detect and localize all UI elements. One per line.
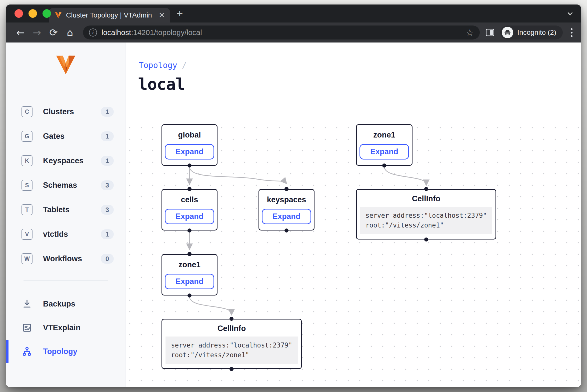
new-tab-button[interactable]: + (176, 4, 183, 22)
gates-icon: G (22, 131, 32, 142)
home-button[interactable]: ⌂ (63, 26, 77, 40)
edge-zone1top-cellinfo-right (384, 166, 426, 184)
sidebar-nav: C Clusters 1 G Gates 1 K Keyspaces 1 S S… (6, 100, 125, 271)
sidebar-item-tablets[interactable]: T Tablets 3 (6, 198, 125, 222)
maximize-window-button[interactable] (42, 9, 51, 18)
count-badge: 3 (101, 205, 114, 215)
sidebar-item-keyspaces[interactable]: K Keyspaces 1 (6, 148, 125, 173)
count-badge: 3 (101, 180, 114, 190)
sidebar-item-label: Clusters (43, 107, 90, 116)
backups-download-icon (22, 299, 32, 309)
node-title: zone1 (373, 130, 395, 140)
incognito-avatar (502, 27, 513, 38)
sidebar-item-schemas[interactable]: S Schemas 3 (6, 173, 125, 198)
expand-button[interactable]: Expand (165, 274, 214, 289)
incognito-badge[interactable]: Incognito (2) (500, 26, 563, 40)
address-bar[interactable]: i localhost:14201/topology/local ☆ (83, 26, 480, 40)
node-title: keyspaces (267, 195, 306, 204)
browser-tab[interactable]: Cluster Topology | VTAdmin ✕ (49, 8, 170, 22)
browser-window: Cluster Topology | VTAdmin ✕ + ← → ⟳ ⌂ i… (6, 4, 581, 387)
tablets-icon: T (22, 204, 32, 215)
count-badge: 1 (101, 156, 114, 166)
main-content: Topology/ local global Expand zone1 Expa… (126, 42, 581, 387)
side-panel-icon[interactable] (486, 29, 494, 36)
expand-button[interactable]: Expand (360, 144, 409, 160)
back-button[interactable]: ← (14, 26, 28, 40)
clusters-icon: C (22, 106, 32, 117)
workflows-icon: W (22, 253, 32, 264)
topology-node-zone1-lower: zone1 Expand (162, 254, 218, 296)
incognito-icon (504, 29, 511, 36)
sidebar-item-topology[interactable]: Topology (6, 340, 125, 363)
site-info-icon[interactable]: i (89, 28, 97, 36)
sidebar-item-vtctlds[interactable]: V vtctlds 1 (6, 222, 125, 246)
cellinfo-code: server_address:"localhost:2379" root:"/v… (166, 336, 298, 364)
vitess-logo (6, 54, 125, 76)
sidebar-item-label: Tablets (43, 205, 90, 214)
sidebar-item-label: VTExplain (43, 323, 114, 332)
sidebar-item-backups[interactable]: Backups (6, 292, 125, 316)
expand-button[interactable]: Expand (165, 209, 214, 224)
sidebar-tools: Backups VTExplain (6, 292, 125, 363)
count-badge: 1 (101, 131, 114, 141)
browser-menu-icon[interactable] (571, 28, 572, 37)
active-nav-indicator (6, 340, 8, 363)
node-title: CellInfo (412, 194, 440, 203)
reload-button[interactable]: ⟳ (46, 26, 60, 40)
breadcrumb-topology-link[interactable]: Topology (139, 60, 177, 70)
sidebar-item-label: Backups (43, 300, 114, 308)
sidebar: C Clusters 1 G Gates 1 K Keyspaces 1 S S… (6, 42, 126, 387)
tab-search-chevron-icon[interactable] (568, 10, 573, 16)
sidebar-item-label: vtctlds (43, 230, 90, 239)
vtexplain-document-icon (22, 322, 32, 333)
url-host: localhost (102, 28, 131, 36)
forward-button: → (30, 26, 44, 40)
sidebar-item-label: Topology (43, 347, 114, 356)
node-title: global (178, 130, 201, 140)
topology-graph-canvas[interactable]: global Expand zone1 Expand cells Expand … (126, 118, 581, 387)
topology-node-keyspaces: keyspaces Expand (258, 189, 314, 230)
breadcrumb-separator: / (182, 60, 186, 70)
count-badge: 0 (101, 254, 114, 264)
topology-node-zone1-top: zone1 Expand (356, 124, 412, 166)
breadcrumb: Topology/ (139, 60, 186, 70)
vtadmin-app: C Clusters 1 G Gates 1 K Keyspaces 1 S S… (6, 42, 581, 387)
sidebar-item-clusters[interactable]: C Clusters 1 (6, 100, 125, 124)
minimize-window-button[interactable] (28, 9, 37, 18)
sidebar-item-label: Gates (43, 132, 90, 141)
node-title: CellInfo (218, 324, 246, 333)
sidebar-divider (24, 280, 108, 281)
close-window-button[interactable] (14, 9, 23, 18)
schemas-icon: S (22, 180, 32, 191)
url-path: :14201/topology/local (131, 28, 202, 36)
sidebar-item-vtexplain[interactable]: VTExplain (6, 316, 125, 340)
topology-node-global: global Expand (162, 124, 218, 166)
url-text[interactable]: localhost:14201/topology/local (102, 28, 461, 37)
expand-button[interactable]: Expand (165, 144, 214, 160)
vitess-favicon (54, 12, 62, 19)
browser-toolbar: ← → ⟳ ⌂ i localhost:14201/topology/local… (6, 22, 581, 42)
count-badge: 1 (101, 107, 114, 117)
edge-global-keyspaces (190, 166, 286, 183)
edge-zone1-cellinfo-bottom (190, 296, 232, 314)
sidebar-item-gates[interactable]: G Gates 1 (6, 124, 125, 148)
topology-node-cellinfo-bottom: CellInfo server_address:"localhost:2379"… (162, 319, 302, 369)
node-title: cells (181, 195, 198, 204)
sidebar-item-workflows[interactable]: W Workflows 0 (6, 246, 125, 271)
bookmark-star-icon[interactable]: ☆ (466, 28, 474, 38)
topology-node-cells: cells Expand (162, 189, 218, 230)
sidebar-item-label: Workflows (43, 254, 90, 263)
vtctlds-icon: V (22, 229, 32, 240)
expand-button[interactable]: Expand (262, 209, 311, 224)
close-tab-icon[interactable]: ✕ (159, 12, 165, 19)
window-controls (14, 4, 51, 22)
cellinfo-code: server_address:"localhost:2379" root:"/v… (360, 207, 492, 234)
count-badge: 1 (101, 229, 114, 239)
tab-title: Cluster Topology | VTAdmin (66, 11, 155, 19)
node-title: zone1 (178, 260, 200, 269)
sidebar-item-label: Keyspaces (43, 156, 90, 165)
tab-strip: Cluster Topology | VTAdmin ✕ + (6, 4, 581, 22)
page-title: local (138, 75, 185, 94)
keyspaces-icon: K (22, 155, 32, 166)
incognito-label: Incognito (2) (517, 28, 556, 36)
